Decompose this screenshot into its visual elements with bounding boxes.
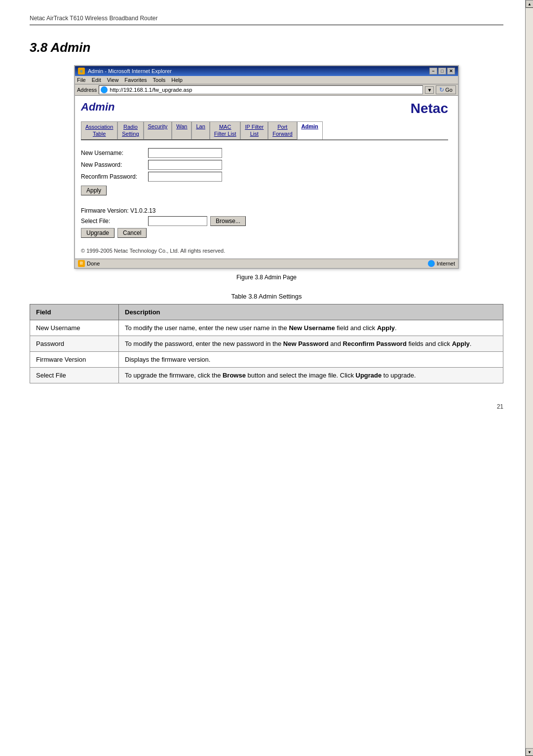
internet-indicator: 🌐 Internet: [428, 260, 455, 267]
upgrade-button[interactable]: Upgrade: [81, 228, 114, 238]
file-input[interactable]: [148, 216, 207, 226]
address-globe-icon: 🌐: [101, 86, 108, 93]
cancel-button[interactable]: Cancel: [117, 228, 147, 238]
field-select-file: Select File: [30, 367, 119, 383]
address-input-container: 🌐 http://192.168.1.1/fw_upgrade.asp: [99, 85, 423, 94]
nav-tabs: AssociationTable RadioSetting Security W…: [81, 121, 448, 140]
page-header: Netac AirTrack T610 Wireless Broadband R…: [30, 15, 503, 25]
desc-new-username: To modify the user name, enter the new u…: [119, 320, 503, 336]
status-done: 🖹 Done: [78, 260, 100, 267]
netac-logo-text: Netac: [411, 101, 448, 116]
firmware-version-text: Firmware Version: V1.0.2.13: [81, 207, 448, 214]
table-row: Firmware Version Displays the firmware v…: [30, 351, 503, 367]
tab-security[interactable]: Security: [144, 121, 172, 140]
header-text: Netac AirTrack T610 Wireless Broadband R…: [30, 15, 157, 22]
restore-button[interactable]: □: [438, 68, 446, 75]
address-dropdown[interactable]: ▼: [425, 86, 434, 94]
action-row: Upgrade Cancel: [81, 228, 448, 238]
tab-admin[interactable]: Admin: [297, 121, 323, 140]
figure-caption: Figure 3.8 Admin Page: [30, 274, 503, 281]
menu-tools[interactable]: Tools: [153, 77, 166, 83]
address-label: Address: [77, 87, 97, 93]
page-number: 21: [30, 403, 503, 410]
settings-table: Field Description New Username To modify…: [30, 304, 503, 383]
browser-scrollbar[interactable]: ▲ ▼: [525, 0, 533, 756]
admin-form: New Username: New Password: Reconfirm Pa…: [81, 148, 448, 201]
browser-statusbar: 🖹 Done 🌐 Internet: [75, 259, 458, 268]
tab-port-forward[interactable]: PortForward: [268, 121, 297, 140]
file-row: Select File: Browse...: [81, 216, 448, 226]
browser-addressbar: Address 🌐 http://192.168.1.1/fw_upgrade.…: [75, 84, 458, 96]
browser-titlebar: e Admin - Microsoft Internet Explorer − …: [75, 66, 458, 76]
firmware-section: Firmware Version: V1.0.2.13 Select File:…: [81, 207, 448, 238]
table-row: New Username To modify the user name, en…: [30, 320, 503, 336]
desc-firmware: Displays the firmware version.: [119, 351, 503, 367]
field-firmware: Firmware Version: [30, 351, 119, 367]
browser-window: e Admin - Microsoft Internet Explorer − …: [74, 65, 459, 269]
table-caption: Table 3.8 Admin Settings: [30, 293, 503, 300]
tab-association[interactable]: AssociationTable: [81, 121, 117, 140]
go-button[interactable]: ↻ Go: [436, 85, 456, 94]
close-button[interactable]: ✕: [447, 68, 455, 75]
col-header-description: Description: [119, 304, 503, 320]
tab-lan[interactable]: Lan: [191, 121, 209, 140]
browser-content-area: Admin Netac AssociationTable RadioSettin…: [75, 96, 458, 259]
desc-select-file: To upgrade the firmware, click the Brows…: [119, 367, 503, 383]
password-input[interactable]: [148, 160, 222, 170]
browser-menubar: File Edit View Favorites Tools Help: [75, 76, 458, 84]
password-label: New Password:: [81, 161, 145, 168]
copyright-text: © 1999-2005 Netac Technology Co., Ltd. A…: [81, 248, 448, 254]
section-title: 3.8 Admin: [30, 40, 503, 55]
reconfirm-label: Reconfirm Password:: [81, 173, 145, 180]
field-new-username: New Username: [30, 320, 119, 336]
username-label: New Username:: [81, 150, 145, 156]
menu-file[interactable]: File: [77, 77, 86, 83]
status-text: Done: [87, 261, 100, 266]
tab-radio[interactable]: RadioSetting: [117, 121, 143, 140]
netac-logo: Netac: [411, 101, 448, 116]
minimize-button[interactable]: −: [429, 68, 437, 75]
reconfirm-row: Reconfirm Password:: [81, 172, 448, 182]
browse-button[interactable]: Browse...: [210, 216, 246, 226]
table-row: Password To modify the password, enter t…: [30, 336, 503, 351]
menu-favorites[interactable]: Favorites: [124, 77, 147, 83]
col-header-field: Field: [30, 304, 119, 320]
tab-ip-filter[interactable]: IP FilterList: [240, 121, 268, 140]
ie-icon: e: [78, 68, 85, 75]
router-title: Admin: [81, 101, 114, 113]
internet-icon: 🌐: [428, 260, 435, 267]
browser-title: Admin - Microsoft Internet Explorer: [88, 68, 172, 74]
table-row: Select File To upgrade the firmware, cli…: [30, 367, 503, 383]
username-input[interactable]: [148, 148, 222, 158]
scroll-up-button[interactable]: ▲: [526, 0, 533, 8]
menu-view[interactable]: View: [107, 77, 119, 83]
browser-controls: − □ ✕: [429, 68, 455, 75]
select-file-label: Select File:: [81, 218, 145, 225]
username-row: New Username:: [81, 148, 448, 158]
address-url[interactable]: http://192.168.1.1/fw_upgrade.asp: [110, 87, 192, 93]
router-header: Admin Netac: [81, 101, 448, 116]
apply-button[interactable]: Apply: [81, 186, 107, 195]
internet-label: Internet: [437, 261, 455, 266]
menu-edit[interactable]: Edit: [92, 77, 101, 83]
status-page-icon: 🖹: [78, 260, 85, 267]
tab-mac-filter[interactable]: MACFilter List: [210, 121, 241, 140]
browser-content: Admin Netac AssociationTable RadioSettin…: [75, 96, 458, 259]
titlebar-left: e Admin - Microsoft Internet Explorer: [78, 68, 172, 75]
menu-help[interactable]: Help: [171, 77, 183, 83]
reconfirm-input[interactable]: [148, 172, 222, 182]
desc-password: To modify the password, enter the new pa…: [119, 336, 503, 351]
scroll-track[interactable]: [526, 8, 533, 748]
password-row: New Password:: [81, 160, 448, 170]
field-password: Password: [30, 336, 119, 351]
scroll-down-button[interactable]: ▼: [526, 748, 533, 756]
tab-wan[interactable]: Wan: [172, 121, 191, 140]
